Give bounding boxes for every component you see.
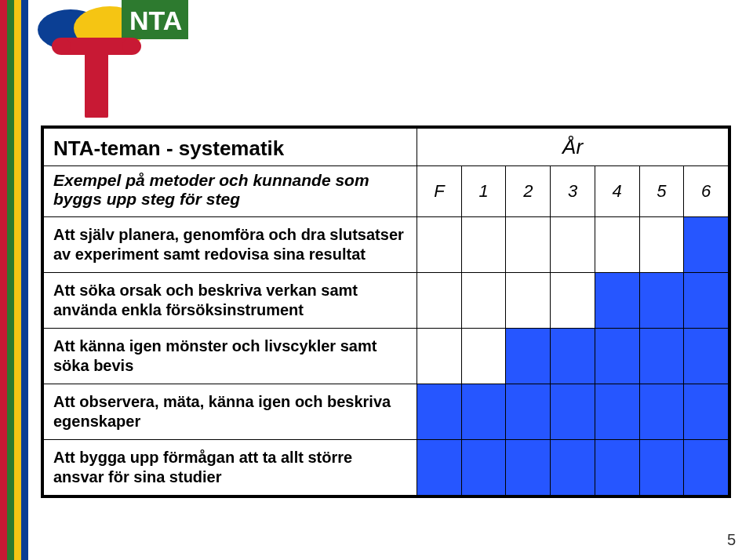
table-title: NTA-teman - systematik [44,129,417,166]
table-row: Att observera, mäta, känna igen och besk… [44,384,729,440]
stripe-green [7,0,14,560]
cell-filled [639,273,684,329]
table-row: Att känna igen mönster och livscykler sa… [44,329,729,384]
grade-col: 3 [551,166,595,217]
cell-filled [684,217,729,273]
cell-filled [461,384,506,440]
cell-filled [595,440,639,496]
cell-filled [595,384,639,440]
row-label: Att bygga upp förmågan att ta allt störr… [44,440,417,496]
svg-point-7 [122,38,141,55]
table-row: Att bygga upp förmågan att ta allt störr… [44,440,729,496]
cell-filled [551,384,595,440]
cell-filled [684,440,729,496]
cell-empty [417,217,462,273]
cell-empty [417,329,462,384]
cell-filled [506,329,551,384]
cell-filled [595,329,639,384]
cell-empty [506,273,551,329]
grade-col: 1 [461,166,506,217]
table-subtitle: Exempel på metoder och kunnande som bygg… [44,166,417,217]
grade-col: 2 [506,166,551,217]
cell-filled [417,384,462,440]
cell-empty [417,273,462,329]
cell-filled [461,440,506,496]
row-label: Att observera, mäta, känna igen och besk… [44,384,417,440]
stripe-yellow [14,0,21,560]
cell-filled [684,273,729,329]
cell-empty [551,217,595,273]
cell-filled [551,329,595,384]
svg-point-6 [52,38,71,55]
cell-filled [684,384,729,440]
cell-filled [639,384,684,440]
row-label: Att själv planera, genomföra och dra slu… [44,217,417,273]
row-label: Att känna igen mönster och livscykler sa… [44,329,417,384]
grade-col: 4 [595,166,639,217]
cell-filled [417,440,462,496]
cell-filled [551,440,595,496]
stripe-red [0,0,7,560]
cell-empty [551,273,595,329]
table-row: Att söka orsak och beskriva verkan samt … [44,273,729,329]
cell-empty [461,329,506,384]
cell-filled [506,384,551,440]
cell-empty [461,273,506,329]
svg-text:NTA: NTA [129,5,182,35]
cell-filled [595,273,639,329]
cell-filled [639,440,684,496]
cell-filled [506,440,551,496]
cell-empty [506,217,551,273]
nta-logo: NTA [24,0,188,118]
cell-empty [595,217,639,273]
year-header: År [417,129,729,166]
cell-empty [461,217,506,273]
cell-filled [639,329,684,384]
row-label: Att söka orsak och beskriva verkan samt … [44,273,417,329]
systematik-table: NTA-teman - systematik År Exempel på met… [41,125,731,498]
page-number: 5 [727,531,736,549]
cell-empty [639,217,684,273]
grade-col: F [417,166,462,217]
table-row: Att själv planera, genomföra och dra slu… [44,217,729,273]
cell-filled [684,329,729,384]
grade-col: 5 [639,166,684,217]
grade-col: 6 [684,166,729,217]
svg-rect-5 [61,38,132,55]
